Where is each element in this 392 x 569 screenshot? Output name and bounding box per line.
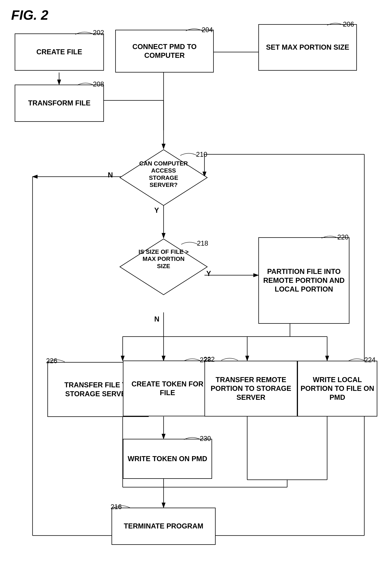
label-n-210: N <box>108 171 113 179</box>
node-transform-file: TRANSFORM FILE <box>15 85 104 122</box>
node-connect-pmd: CONNECT PMD TO COMPUTER <box>115 30 214 72</box>
node-partition-file: PARTITION FILE INTO REMOTE PORTION AND L… <box>258 237 350 324</box>
label-y-210: Y <box>154 206 159 214</box>
node-terminate: TERMINATE PROGRAM <box>112 508 216 545</box>
label-y-218: Y <box>206 270 211 278</box>
node-create-file: CREATE FILE <box>15 33 104 71</box>
label-n-218: N <box>154 315 159 323</box>
node-diamond-210: CAN COMPUTER ACCESS STORAGE SERVER? <box>119 149 208 206</box>
node-write-token: WRITE TOKEN ON PMD <box>123 439 212 479</box>
node-diamond-218: IS SIZE OF FILE > MAX PORTION SIZE <box>119 238 208 296</box>
node-write-local: WRITE LOCAL PORTION TO FILE ON PMD <box>297 361 377 416</box>
node-transfer-remote: TRANSFER REMOTE PORTION TO STORAGE SERVE… <box>204 361 297 416</box>
figure-label: FIG. 2 <box>11 7 48 23</box>
diagram-container: FIG. 2 <box>0 0 392 569</box>
ref-222: 222 <box>204 356 215 363</box>
node-set-max: SET MAX PORTION SIZE <box>258 24 357 71</box>
node-create-token: CREATE TOKEN FOR FILE <box>123 361 212 416</box>
